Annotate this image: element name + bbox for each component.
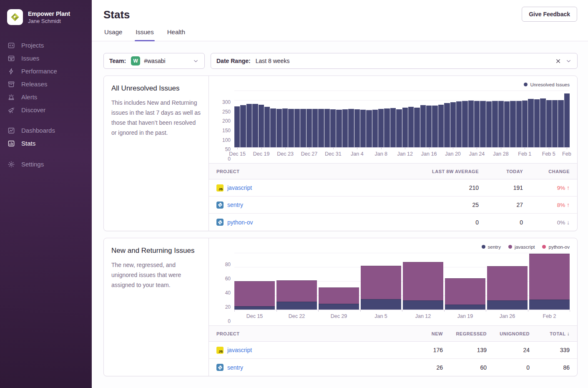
column-header-today: TODAY: [479, 169, 523, 174]
sidebar-item-dashboards[interactable]: Dashboards: [0, 124, 92, 137]
x-tick-mark: [549, 148, 549, 149]
x-tick-mark: [501, 148, 501, 149]
chart-bar: [354, 109, 360, 147]
plot-column: Dec 15Dec 22Dec 29Jan 5Jan 12Jan 19Jan 2…: [234, 253, 570, 321]
chevron-down-icon[interactable]: [565, 58, 572, 64]
bar-segment-sentry: [403, 300, 443, 310]
chart-bar: [558, 100, 563, 147]
sidebar-item-label: Projects: [21, 42, 44, 49]
tab-issues[interactable]: Issues: [135, 28, 154, 41]
sidebar-item-releases[interactable]: Releases: [0, 78, 92, 91]
performance-icon: [8, 68, 15, 75]
value-cell: 139: [443, 347, 487, 353]
legend-dot-icon: [482, 245, 485, 249]
panel-description: All Unresolved Issues This includes New …: [104, 76, 209, 231]
sidebar-item-stats[interactable]: Stats: [0, 137, 92, 150]
bar-segment-javascript: [403, 262, 443, 300]
unresolved-issues-table: PROJECTLAST 8W AVERAGETODAYCHANGEJSjavas…: [209, 163, 577, 231]
column-header-project: PROJECT: [216, 169, 408, 174]
sidebar-item-issues[interactable]: Issues: [0, 52, 92, 65]
chart-bar: [240, 105, 246, 148]
javascript-platform-icon: JS: [216, 184, 224, 191]
x-tick-mark: [276, 310, 277, 312]
bar-segment-sentry: [319, 304, 359, 310]
x-tick-mark: [234, 310, 235, 312]
panel-title: New and Returning Issues: [111, 247, 201, 255]
give-feedback-button[interactable]: Give Feedback: [522, 7, 577, 22]
legend-item-javascript[interactable]: javascript: [508, 244, 535, 249]
org-switcher[interactable]: Empower Plant Jane Schmidt: [0, 0, 92, 25]
chart-bar: [330, 109, 336, 147]
chart-bar: [492, 101, 498, 147]
org-logo: [7, 9, 23, 25]
value-cell: 0: [479, 219, 523, 226]
y-axis: 020406080: [216, 253, 231, 321]
legend-item-python-ov[interactable]: python-ov: [542, 244, 570, 249]
clear-icon[interactable]: [555, 58, 561, 64]
chart-bar: [270, 108, 276, 147]
chart-bar: [438, 105, 444, 148]
team-select[interactable]: Team: W #wasabi: [103, 53, 205, 69]
chart-bar: [324, 109, 330, 147]
date-range-select[interactable]: Date Range: Last 8 weeks: [211, 53, 578, 69]
chart-bar: [336, 110, 342, 147]
sidebar-item-settings[interactable]: Settings: [0, 158, 92, 171]
sidebar-item-performance[interactable]: Performance: [0, 65, 92, 78]
y-tick-label: 60: [225, 276, 231, 281]
discover-icon: [8, 106, 15, 114]
chart-bar: [546, 100, 552, 147]
chart-bar: [432, 106, 437, 147]
project-link-python-ov[interactable]: python-ov: [227, 219, 253, 226]
column-header-unignored: UNIGNORED: [487, 331, 530, 336]
x-tick-label: Jan 8: [374, 151, 387, 157]
legend-item-unresolved-issues[interactable]: Unresolved Issues: [524, 82, 570, 87]
chart-bar: [342, 109, 348, 147]
value-cell: 176: [397, 347, 443, 353]
x-tick-label: Jan 12: [397, 151, 413, 157]
chevron-down-icon[interactable]: [193, 58, 199, 64]
chart-bar: [564, 93, 570, 147]
project-link-javascript[interactable]: javascript: [227, 184, 252, 191]
y-tick-label: 100: [222, 138, 231, 143]
bar-segment-javascript: [234, 281, 275, 306]
x-tick-mark: [261, 148, 262, 149]
x-tick-mark: [528, 310, 528, 312]
project-link-sentry[interactable]: sentry: [227, 202, 243, 208]
sidebar-item-alerts[interactable]: Alerts: [0, 91, 92, 103]
bar-segment-sentry: [361, 299, 401, 310]
column-header-total[interactable]: TOTAL↓: [530, 331, 570, 337]
x-tick-label: Jan 5: [361, 313, 401, 321]
x-axis: Dec 15Dec 19Dec 23Dec 27Dec 31Jan 4Jan 8…: [234, 148, 570, 159]
tab-usage[interactable]: Usage: [103, 28, 123, 41]
project-link-javascript[interactable]: javascript: [227, 347, 252, 353]
chart-bar: [534, 99, 540, 147]
x-tick-mark: [567, 148, 567, 149]
tab-health[interactable]: Health: [166, 28, 186, 41]
x-tick-label: Dec 31: [325, 151, 342, 157]
x-tick-mark: [429, 148, 430, 149]
column-header-last-8w-average: LAST 8W AVERAGE: [408, 169, 479, 174]
change-cell: 0% ↓: [523, 219, 570, 226]
x-tick-label: Jan 28: [493, 151, 509, 157]
value-cell: 0: [408, 219, 479, 226]
x-tick-mark: [453, 148, 453, 149]
arrow-up-icon: ↑: [567, 184, 570, 191]
stacked-bar-series: [234, 253, 570, 310]
sidebar-item-projects[interactable]: Projects: [0, 39, 92, 52]
chart-bar: [396, 109, 402, 147]
chart-bar: [312, 109, 318, 147]
x-tick-label: Dec 23: [277, 151, 294, 157]
sidebar-item-discover[interactable]: Discover: [0, 103, 92, 116]
y-tick-label: 0: [228, 156, 231, 161]
chart-bar: [450, 102, 456, 147]
x-tick-mark: [318, 310, 319, 312]
legend-item-sentry[interactable]: sentry: [482, 244, 501, 249]
chart-bar: [282, 108, 288, 147]
chart-bar: [288, 109, 294, 148]
legend-label: javascript: [515, 244, 535, 249]
x-tick-mark: [309, 148, 309, 149]
python-platform-icon: [216, 202, 224, 209]
table-header-row: PROJECTLAST 8W AVERAGETODAYCHANGE: [209, 164, 577, 179]
project-link-sentry[interactable]: sentry: [227, 364, 243, 371]
change-value: 0%: [557, 219, 567, 226]
